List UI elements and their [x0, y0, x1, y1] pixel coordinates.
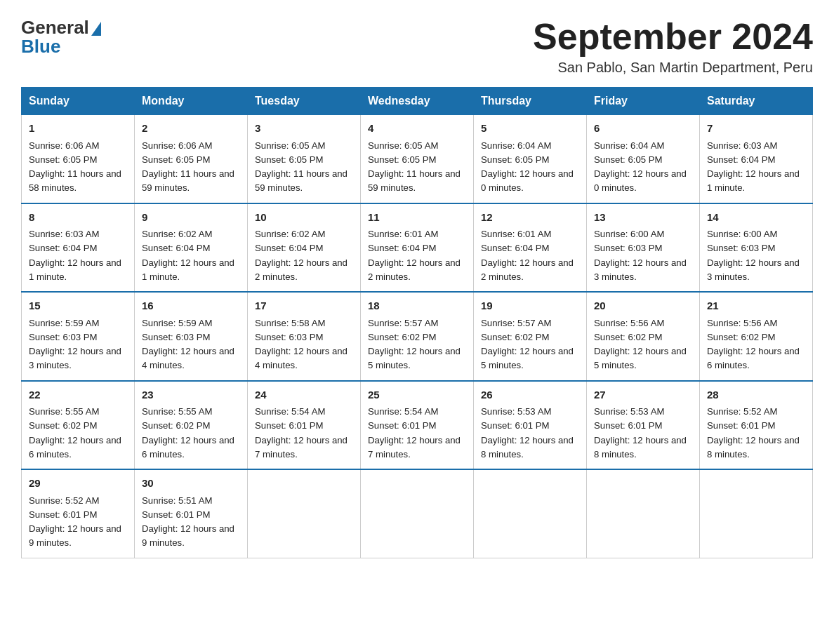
- day-info: Sunrise: 5:56 AMSunset: 6:02 PMDaylight:…: [707, 318, 800, 371]
- calendar-week-row: 22 Sunrise: 5:55 AMSunset: 6:02 PMDaylig…: [22, 381, 813, 470]
- col-saturday: Saturday: [700, 88, 813, 115]
- day-info: Sunrise: 5:59 AMSunset: 6:03 PMDaylight:…: [29, 318, 121, 371]
- day-info: Sunrise: 6:06 AMSunset: 6:05 PMDaylight:…: [29, 140, 121, 194]
- table-row: 4 Sunrise: 6:05 AMSunset: 6:05 PMDayligh…: [361, 115, 474, 203]
- table-row: 16 Sunrise: 5:59 AMSunset: 6:03 PMDaylig…: [135, 292, 248, 381]
- day-number: 16: [142, 298, 240, 314]
- day-info: Sunrise: 6:04 AMSunset: 6:05 PMDaylight:…: [481, 140, 574, 194]
- table-row: 14 Sunrise: 6:00 AMSunset: 6:03 PMDaylig…: [700, 203, 813, 293]
- table-row: 1 Sunrise: 6:06 AMSunset: 6:05 PMDayligh…: [22, 115, 135, 203]
- calendar-week-row: 15 Sunrise: 5:59 AMSunset: 6:03 PMDaylig…: [22, 292, 813, 381]
- col-sunday: Sunday: [22, 88, 135, 115]
- day-number: 21: [707, 298, 805, 314]
- table-row: [700, 469, 813, 558]
- col-monday: Monday: [135, 88, 248, 115]
- calendar-header-row: Sunday Monday Tuesday Wednesday Thursday…: [22, 88, 813, 115]
- day-info: Sunrise: 6:05 AMSunset: 6:05 PMDaylight:…: [255, 140, 348, 194]
- table-row: 23 Sunrise: 5:55 AMSunset: 6:02 PMDaylig…: [135, 381, 248, 470]
- calendar-week-row: 29 Sunrise: 5:52 AMSunset: 6:01 PMDaylig…: [22, 469, 813, 558]
- calendar-week-row: 8 Sunrise: 6:03 AMSunset: 6:04 PMDayligh…: [22, 203, 813, 293]
- table-row: 26 Sunrise: 5:53 AMSunset: 6:01 PMDaylig…: [474, 381, 587, 470]
- table-row: [474, 469, 587, 558]
- day-info: Sunrise: 5:55 AMSunset: 6:02 PMDaylight:…: [142, 406, 234, 459]
- logo-triangle-icon: [91, 22, 101, 36]
- table-row: 6 Sunrise: 6:04 AMSunset: 6:05 PMDayligh…: [587, 115, 700, 203]
- day-number: 24: [255, 387, 353, 403]
- day-info: Sunrise: 6:00 AMSunset: 6:03 PMDaylight:…: [594, 229, 687, 282]
- day-number: 12: [481, 210, 579, 226]
- table-row: 9 Sunrise: 6:02 AMSunset: 6:04 PMDayligh…: [135, 203, 248, 293]
- day-number: 15: [29, 298, 127, 314]
- title-block: September 2024 San Pablo, San Martin Dep…: [533, 17, 813, 76]
- table-row: 3 Sunrise: 6:05 AMSunset: 6:05 PMDayligh…: [248, 115, 361, 203]
- day-info: Sunrise: 6:02 AMSunset: 6:04 PMDaylight:…: [142, 229, 234, 282]
- table-row: 30 Sunrise: 5:51 AMSunset: 6:01 PMDaylig…: [135, 469, 248, 558]
- day-info: Sunrise: 5:55 AMSunset: 6:02 PMDaylight:…: [29, 406, 121, 459]
- day-info: Sunrise: 6:05 AMSunset: 6:05 PMDaylight:…: [368, 140, 461, 194]
- table-row: 18 Sunrise: 5:57 AMSunset: 6:02 PMDaylig…: [361, 292, 474, 381]
- day-number: 1: [29, 121, 127, 137]
- day-number: 5: [481, 121, 579, 137]
- day-number: 27: [594, 387, 692, 403]
- day-number: 13: [594, 210, 692, 226]
- day-info: Sunrise: 5:52 AMSunset: 6:01 PMDaylight:…: [29, 495, 121, 549]
- day-number: 9: [142, 210, 240, 226]
- table-row: 25 Sunrise: 5:54 AMSunset: 6:01 PMDaylig…: [361, 381, 474, 470]
- day-number: 2: [142, 121, 240, 137]
- day-number: 10: [255, 210, 353, 226]
- day-info: Sunrise: 5:57 AMSunset: 6:02 PMDaylight:…: [481, 318, 574, 371]
- day-info: Sunrise: 6:02 AMSunset: 6:04 PMDaylight:…: [255, 229, 348, 282]
- day-number: 22: [29, 387, 127, 403]
- day-number: 20: [594, 298, 692, 314]
- day-info: Sunrise: 6:01 AMSunset: 6:04 PMDaylight:…: [368, 229, 461, 282]
- table-row: [248, 469, 361, 558]
- table-row: 12 Sunrise: 6:01 AMSunset: 6:04 PMDaylig…: [474, 203, 587, 293]
- day-info: Sunrise: 5:57 AMSunset: 6:02 PMDaylight:…: [368, 318, 461, 371]
- table-row: 22 Sunrise: 5:55 AMSunset: 6:02 PMDaylig…: [22, 381, 135, 470]
- day-info: Sunrise: 5:51 AMSunset: 6:01 PMDaylight:…: [142, 495, 234, 549]
- col-wednesday: Wednesday: [361, 88, 474, 115]
- col-friday: Friday: [587, 88, 700, 115]
- day-number: 11: [368, 210, 466, 226]
- calendar-week-row: 1 Sunrise: 6:06 AMSunset: 6:05 PMDayligh…: [22, 115, 813, 203]
- table-row: [361, 469, 474, 558]
- page-subtitle: San Pablo, San Martin Department, Peru: [533, 60, 813, 76]
- table-row: 19 Sunrise: 5:57 AMSunset: 6:02 PMDaylig…: [474, 292, 587, 381]
- day-info: Sunrise: 5:59 AMSunset: 6:03 PMDaylight:…: [142, 318, 234, 371]
- day-number: 6: [594, 121, 692, 137]
- day-info: Sunrise: 5:56 AMSunset: 6:02 PMDaylight:…: [594, 318, 687, 371]
- table-row: 24 Sunrise: 5:54 AMSunset: 6:01 PMDaylig…: [248, 381, 361, 470]
- day-number: 3: [255, 121, 353, 137]
- table-row: 2 Sunrise: 6:06 AMSunset: 6:05 PMDayligh…: [135, 115, 248, 203]
- col-thursday: Thursday: [474, 88, 587, 115]
- day-number: 14: [707, 210, 805, 226]
- day-number: 7: [707, 121, 805, 137]
- day-number: 19: [481, 298, 579, 314]
- day-number: 23: [142, 387, 240, 403]
- table-row: [587, 469, 700, 558]
- table-row: 15 Sunrise: 5:59 AMSunset: 6:03 PMDaylig…: [22, 292, 135, 381]
- page-header: General Blue September 2024 San Pablo, S…: [21, 17, 813, 76]
- day-info: Sunrise: 5:54 AMSunset: 6:01 PMDaylight:…: [368, 406, 461, 459]
- table-row: 28 Sunrise: 5:52 AMSunset: 6:01 PMDaylig…: [700, 381, 813, 470]
- calendar-table: Sunday Monday Tuesday Wednesday Thursday…: [21, 87, 813, 558]
- day-info: Sunrise: 6:04 AMSunset: 6:05 PMDaylight:…: [594, 140, 687, 194]
- table-row: 20 Sunrise: 5:56 AMSunset: 6:02 PMDaylig…: [587, 292, 700, 381]
- day-number: 8: [29, 210, 127, 226]
- day-info: Sunrise: 5:53 AMSunset: 6:01 PMDaylight:…: [594, 406, 687, 459]
- day-number: 4: [368, 121, 466, 137]
- day-info: Sunrise: 6:06 AMSunset: 6:05 PMDaylight:…: [142, 140, 234, 194]
- day-number: 28: [707, 387, 805, 403]
- table-row: 5 Sunrise: 6:04 AMSunset: 6:05 PMDayligh…: [474, 115, 587, 203]
- logo: General Blue: [21, 17, 101, 58]
- day-info: Sunrise: 6:03 AMSunset: 6:04 PMDaylight:…: [29, 229, 121, 282]
- day-info: Sunrise: 6:03 AMSunset: 6:04 PMDaylight:…: [707, 140, 800, 194]
- table-row: 17 Sunrise: 5:58 AMSunset: 6:03 PMDaylig…: [248, 292, 361, 381]
- table-row: 10 Sunrise: 6:02 AMSunset: 6:04 PMDaylig…: [248, 203, 361, 293]
- table-row: 11 Sunrise: 6:01 AMSunset: 6:04 PMDaylig…: [361, 203, 474, 293]
- table-row: 13 Sunrise: 6:00 AMSunset: 6:03 PMDaylig…: [587, 203, 700, 293]
- table-row: 7 Sunrise: 6:03 AMSunset: 6:04 PMDayligh…: [700, 115, 813, 203]
- day-number: 29: [29, 476, 127, 492]
- logo-blue-label: Blue: [21, 36, 60, 58]
- day-info: Sunrise: 5:58 AMSunset: 6:03 PMDaylight:…: [255, 318, 348, 371]
